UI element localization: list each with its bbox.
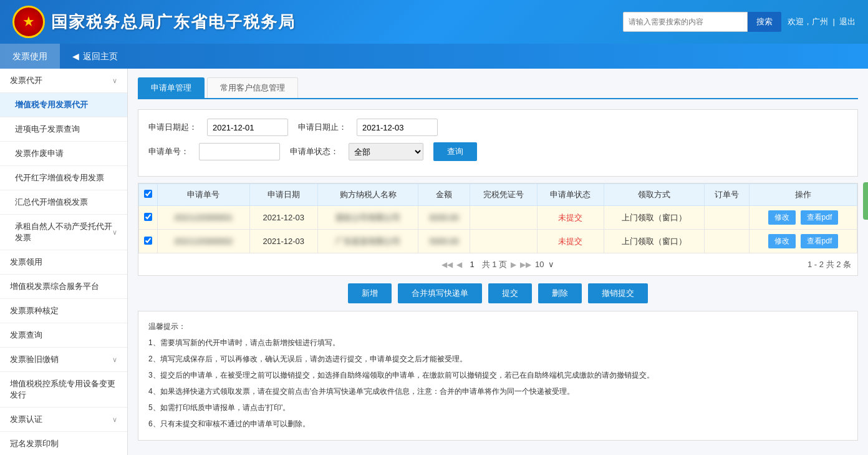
row1-checkbox-cell: [139, 206, 158, 230]
row2-pickup: 上门领取（窗口）: [604, 230, 705, 253]
end-date-input[interactable]: [357, 119, 438, 136]
last-page-btn[interactable]: ▶▶: [520, 260, 531, 269]
chevron-down-icon: ∨: [112, 77, 117, 85]
row2-status: 未提交: [537, 230, 604, 253]
prev-page-btn[interactable]: ◀: [456, 260, 462, 269]
row1-checkbox[interactable]: [144, 213, 152, 221]
nav-invoice-use[interactable]: 发票使用: [0, 44, 60, 69]
start-date-input[interactable]: [207, 119, 288, 136]
welcome-text: 欢迎，广州 | 退出: [788, 16, 856, 27]
pagination-summary: 1 - 2 共 2 条: [808, 259, 851, 270]
table-header-order-no: 申请单号: [158, 184, 250, 206]
tips-item-3: 3、提交后的申请单，在被受理之前可以撤销提交，如选择自助终端领取的申请单，在缴款…: [148, 368, 847, 383]
sidebar-item-invoice-use[interactable]: 发票领用: [0, 250, 127, 275]
sidebar-item-vat-device[interactable]: 增值税税控系统专用设备变更发行: [0, 372, 127, 408]
sidebar-item-invoice-void[interactable]: 发票作废申请: [0, 142, 127, 166]
select-all-checkbox[interactable]: [144, 190, 152, 198]
chevron-down-icon: ∨: [112, 356, 117, 364]
sidebar: 发票代开 ∨ 增值税专用发票代开 进项电子发票查询 发票作废申请 代开红字增值税…: [0, 69, 128, 455]
sidebar-item-red-invoice[interactable]: 代开红字增值税专用发票: [0, 166, 127, 190]
delete-button[interactable]: 删除: [538, 283, 582, 303]
tips-title: 温馨提示：: [148, 319, 847, 334]
tips-item-2: 2、填写完成保存后，可以再修改，确认无误后，请勿选进行提交，申请单提交之后才能被…: [148, 351, 847, 366]
order-no-input[interactable]: [199, 143, 280, 160]
back-icon: ◀: [72, 44, 79, 69]
sidebar-item-vat-special[interactable]: 增值税专用发票代开: [0, 93, 127, 117]
bottom-buttons: 新增 合并填写快递单 提交 删除 撤销提交: [138, 283, 858, 303]
new-button[interactable]: 新增: [348, 283, 392, 303]
table-header-status: 申请单状态: [537, 184, 604, 206]
tips-area: 温馨提示： 1、需要填写新的代开申请时，请点击新增按钮进行填写。 2、填写完成保…: [138, 311, 858, 441]
site-title: 国家税务总局广东省电子税务局: [51, 11, 296, 33]
row2-amount: 5000.00: [418, 230, 470, 253]
table-row: 2021120300002 2021-12-03 广东某某有限公司 5000.0…: [139, 230, 857, 253]
table-row: 2021120300001 2021-12-03 朋友公司有限公司 8200.0…: [139, 206, 857, 230]
row2-pdf-button[interactable]: 查看pdf: [801, 234, 839, 248]
table-header-date: 申请日期: [249, 184, 318, 206]
sidebar-item-invoice-open[interactable]: 发票代开 ∨: [0, 69, 127, 93]
tab-customer-management[interactable]: 常用客户信息管理: [207, 77, 298, 98]
row2-checkbox[interactable]: [144, 237, 152, 245]
query-button[interactable]: 查询: [433, 142, 477, 161]
row2-edit-button[interactable]: 修改: [768, 234, 796, 248]
sidebar-item-rental-open[interactable]: 承租自然人不动产受托代开发票 ∨: [0, 215, 127, 250]
sidebar-item-invoice-query[interactable]: 发票查询: [0, 323, 127, 348]
scroll-handle[interactable]: [863, 182, 868, 220]
nav-back-home[interactable]: ◀ 返回主页: [60, 44, 130, 69]
table-header-action: 操作: [750, 184, 857, 206]
sidebar-item-invoice-cert[interactable]: 发票认证 ∨: [0, 408, 127, 432]
row2-date: 2021-12-03: [249, 230, 318, 253]
row1-pickup: 上门领取（窗口）: [604, 206, 705, 230]
row1-buyer: 朋友公司有限公司: [318, 206, 418, 230]
row2-action: 修改 查看pdf: [750, 230, 857, 253]
row2-order-id: [705, 230, 750, 253]
sidebar-item-invoice-type[interactable]: 发票票种核定: [0, 299, 127, 323]
row2-order-no: 2021120300002: [158, 230, 250, 253]
sidebar-item-summary-open[interactable]: 汇总代开增值税发票: [0, 190, 127, 215]
next-page-btn[interactable]: ▶: [511, 260, 516, 269]
header-right: 搜索 欢迎，广州 | 退出: [623, 12, 856, 32]
first-page-btn[interactable]: ◀◀: [441, 260, 453, 269]
row1-action: 修改 查看pdf: [750, 206, 857, 230]
content-area: 申请单管理 常用客户信息管理 申请日期起： 申请日期止： 申请单号： 申请单状态…: [128, 69, 868, 455]
tab-bar: 申请单管理 常用客户信息管理: [138, 77, 858, 99]
pagination: ◀◀ ◀ 1 共 1 页 ▶ ▶▶ 10 ∨ 1 - 2 共 2 条: [138, 253, 857, 275]
chevron-down-icon: ∨: [112, 416, 117, 424]
merge-button[interactable]: 合并填写快递单: [398, 283, 482, 303]
form-row-2: 申请单号： 申请单状态： 全部 未提交 已提交 已受理 已完成 已退回 查询: [148, 142, 847, 161]
logo-area: 国家税务总局广东省电子税务局: [12, 6, 296, 38]
nav-bar: 发票使用 ◀ 返回主页: [0, 44, 868, 69]
order-no-label: 申请单号：: [148, 146, 189, 157]
logout-link[interactable]: 退出: [839, 17, 856, 26]
search-box: 搜索: [623, 12, 781, 32]
per-page: 10: [535, 260, 544, 269]
tips-item-6: 6、只有未提交和审核不通过的申请单可以删除。: [148, 416, 847, 431]
tab-order-management[interactable]: 申请单管理: [138, 77, 205, 98]
chevron-down-icon: ∨: [112, 228, 117, 237]
sidebar-item-invoice-verify[interactable]: 发票验旧缴销 ∨: [0, 348, 127, 372]
status-select[interactable]: 全部 未提交 已提交 已受理 已完成 已退回: [349, 143, 423, 160]
sidebar-item-vat-platform[interactable]: 增值税发票综合服务平台: [0, 275, 127, 299]
tips-item-1: 1、需要填写新的代开申请时，请点击新增按钮进行填写。: [148, 335, 847, 350]
table-header-amount: 金额: [418, 184, 470, 206]
table-header-checkbox: [139, 184, 158, 206]
row1-order-id: [705, 206, 750, 230]
row2-checkbox-cell: [139, 230, 158, 253]
row1-pdf-button[interactable]: 查看pdf: [801, 210, 839, 225]
logo-emblem: [12, 6, 45, 38]
row1-tax-cert: [470, 206, 538, 230]
search-button[interactable]: 搜索: [748, 12, 781, 32]
revoke-button[interactable]: 撤销提交: [588, 283, 648, 303]
tips-item-4: 4、如果选择快递方式领取发票，请在提交前点击'合并填写快递单'完成收件信息，注意…: [148, 384, 847, 399]
tips-item-5: 5、如需打印纸质申请报单，请点击'打印'。: [148, 400, 847, 415]
row1-order-no: 2021120300001: [158, 206, 250, 230]
submit-button[interactable]: 提交: [488, 283, 532, 303]
per-page-icon[interactable]: ∨: [548, 260, 554, 269]
table-header-buyer: 购方纳税人名称: [318, 184, 418, 206]
sidebar-item-input-query[interactable]: 进项电子发票查询: [0, 117, 127, 142]
end-date-label: 申请日期止：: [298, 122, 347, 133]
row1-date: 2021-12-03: [249, 206, 318, 230]
sidebar-item-named-invoice[interactable]: 冠名发票印制: [0, 432, 127, 455]
search-input[interactable]: [623, 12, 748, 32]
row1-edit-button[interactable]: 修改: [768, 210, 796, 225]
